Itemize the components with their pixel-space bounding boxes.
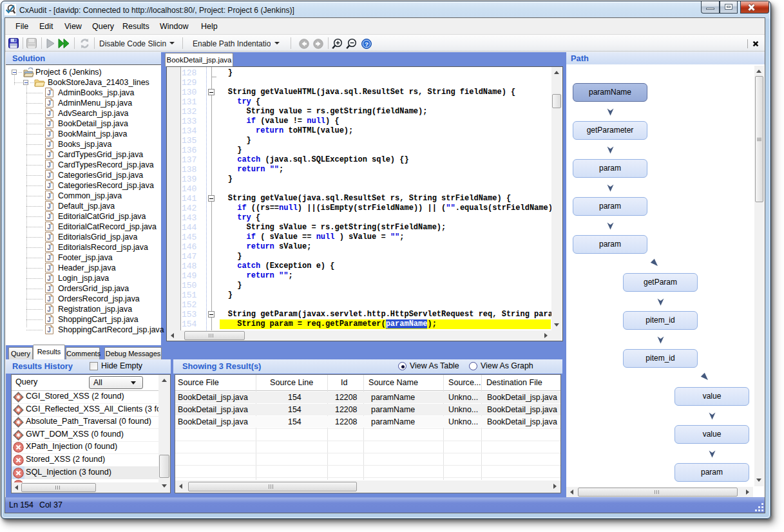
svg-text:J: J	[47, 151, 51, 158]
svg-text:J: J	[47, 100, 51, 107]
svg-text:J: J	[47, 327, 51, 334]
svg-text:J: J	[47, 193, 51, 200]
svg-text:J: J	[47, 182, 51, 189]
svg-text:J: J	[47, 172, 51, 179]
svg-text:J: J	[47, 120, 51, 128]
svg-text:J: J	[47, 285, 51, 292]
svg-text:J: J	[47, 110, 51, 117]
svg-text:J: J	[47, 213, 51, 220]
svg-text:J: J	[47, 316, 51, 323]
svg-text:J: J	[47, 275, 51, 282]
svg-text:J: J	[47, 234, 51, 241]
svg-text:J: J	[47, 254, 51, 261]
svg-text:J: J	[47, 131, 51, 138]
svg-text:J: J	[47, 306, 51, 313]
svg-text:J: J	[47, 296, 51, 303]
svg-text:J: J	[47, 265, 51, 272]
svg-text:J: J	[47, 141, 51, 148]
svg-text:?: ?	[365, 41, 368, 48]
svg-text:J: J	[47, 162, 51, 169]
svg-text:J: J	[47, 203, 51, 210]
svg-text:J: J	[47, 223, 51, 231]
svg-text:J: J	[47, 244, 51, 251]
svg-text:J: J	[47, 90, 51, 97]
